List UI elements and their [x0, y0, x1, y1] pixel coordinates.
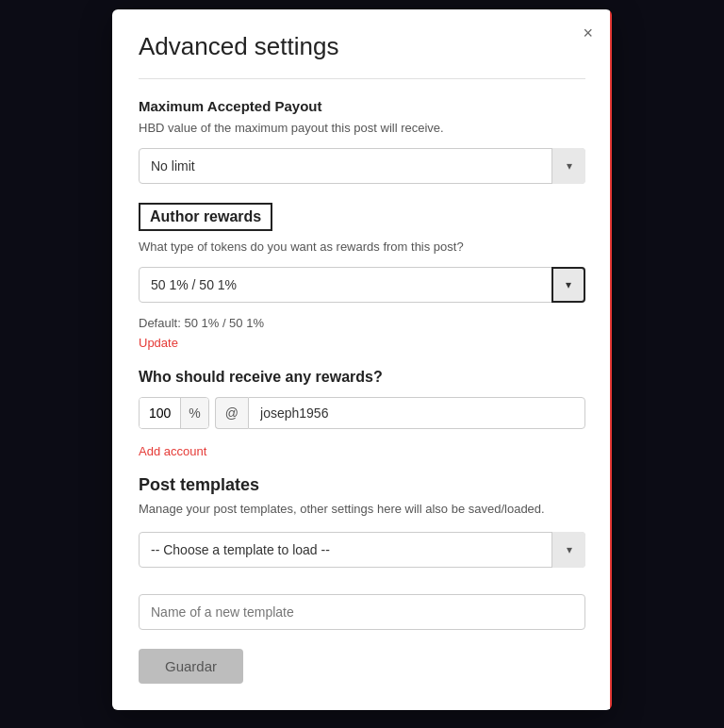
post-templates-title: Post templates [139, 475, 585, 495]
account-input[interactable] [248, 397, 585, 429]
close-button[interactable]: × [579, 21, 597, 45]
author-rewards-label: Author rewards [139, 203, 272, 231]
modal-title: Advanced settings [139, 32, 585, 61]
at-wrapper: @ [215, 397, 585, 429]
post-templates-description: Manage your post templates, other settin… [139, 501, 585, 518]
author-rewards-description: What type of tokens do you want as rewar… [139, 239, 585, 256]
update-link[interactable]: Update [139, 336, 178, 350]
maximum-payout-select[interactable]: No limit Decline payout Custom [139, 148, 585, 184]
template-name-input[interactable] [139, 594, 585, 630]
maximum-payout-title: Maximum Accepted Payout [139, 98, 585, 114]
percent-sign: % [180, 398, 207, 428]
author-rewards-section: Author rewards What type of tokens do yo… [139, 203, 585, 369]
save-button[interactable]: Guardar [139, 649, 243, 684]
divider [139, 78, 585, 79]
author-rewards-select-wrapper: 50 1% / 50 1% 100% Power Up Decline rewa… [139, 267, 585, 303]
percent-value: 100 [140, 398, 180, 428]
beneficiary-row: 100 % @ [139, 397, 585, 429]
template-select-wrapper: -- Choose a template to load -- ▾ [139, 532, 585, 568]
author-rewards-select[interactable]: 50 1% / 50 1% 100% Power Up Decline rewa… [139, 267, 585, 303]
beneficiary-percent-field: 100 % [139, 397, 209, 429]
author-rewards-default-text: Default: 50 1% / 50 1% [139, 316, 585, 330]
post-templates-section: Post templates Manage your post template… [139, 475, 585, 629]
add-account-link[interactable]: Add account [139, 444, 206, 458]
advanced-settings-modal: × Advanced settings Maximum Accepted Pay… [112, 9, 612, 710]
at-sign: @ [215, 397, 248, 429]
maximum-payout-select-wrapper: No limit Decline payout Custom ▾ [139, 148, 585, 184]
beneficiaries-title: Who should receive any rewards? [139, 369, 585, 386]
beneficiaries-section: Who should receive any rewards? 100 % @ … [139, 369, 585, 475]
maximum-payout-description: HBD value of the maximum payout this pos… [139, 120, 585, 137]
template-select[interactable]: -- Choose a template to load -- [139, 532, 585, 568]
maximum-payout-section: Maximum Accepted Payout HBD value of the… [139, 98, 585, 184]
